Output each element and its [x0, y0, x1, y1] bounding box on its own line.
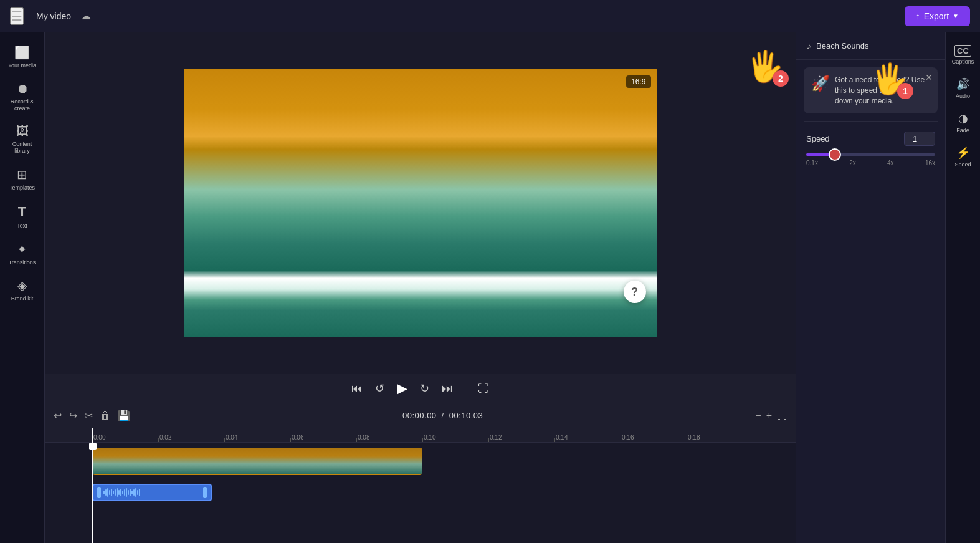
video-clip[interactable] [92, 448, 422, 475]
sidebar-item-templates[interactable]: ⊞ Templates [2, 162, 42, 196]
timeline-area: 0:00 0:02 0:04 0:06 0:08 0:10 0:12 0:14 … [45, 428, 796, 543]
right-strip-item-audio[interactable]: 🔊 Audio [947, 72, 979, 104]
waveform-bar [128, 490, 129, 495]
right-strip-item-speed[interactable]: ⚡ Speed [947, 141, 979, 173]
speed-slider-track[interactable] [806, 153, 935, 156]
speed-label: Speed [806, 134, 830, 143]
audio-clip-left-handle[interactable] [97, 487, 101, 498]
audio-clip[interactable] [92, 484, 212, 501]
rewind-button[interactable]: ↺ [375, 382, 384, 395]
sidebar-item-record-create[interactable]: ⏺ Record & create [2, 77, 42, 117]
ruler-mark: 0:04 [224, 434, 290, 441]
speed-icon: ⚡ [956, 146, 970, 160]
record-create-icon: ⏺ [16, 82, 29, 96]
sidebar-label-text: Text [17, 223, 27, 229]
video-track-row [92, 448, 796, 480]
export-label: Export [924, 11, 949, 21]
cut-button[interactable]: ✂ [83, 408, 94, 423]
skip-forward-button[interactable]: ⏭ [442, 382, 453, 395]
help-icon: ? [631, 286, 638, 299]
ruler-mark: 0:00 [92, 434, 158, 441]
video-thumbnail [184, 69, 657, 337]
waveform-bar [115, 489, 116, 496]
speed-mark-16x: 16x [925, 160, 935, 166]
skip-back-button[interactable]: ⏮ [351, 382, 363, 395]
project-title: My video [36, 11, 71, 21]
save-clip-button[interactable]: 💾 [117, 408, 131, 423]
right-strip-item-fade[interactable]: ◑ Fade [947, 107, 979, 138]
delete-button[interactable]: 🗑 [99, 409, 112, 423]
captions-label: Captions [952, 59, 974, 65]
audio-note-icon: ♪ [806, 41, 811, 52]
save-to-cloud-icon[interactable]: ☁ [81, 10, 91, 22]
sidebar-item-content-library[interactable]: 🖼 Content library [2, 119, 42, 160]
speed-mark-2x: 2x [849, 160, 856, 166]
redo-button[interactable]: ↪ [68, 408, 78, 423]
help-button[interactable]: ? [624, 281, 646, 303]
sidebar-label-content-library: Content library [6, 141, 39, 155]
speed-slider-thumb[interactable] [829, 148, 841, 161]
text-icon: T [18, 204, 26, 220]
right-strip-item-captions[interactable]: CC Captions [947, 40, 979, 70]
waveform-bar [133, 489, 135, 496]
sidebar-label-brand-kit: Brand kit [11, 296, 34, 302]
speed-tooltip-popup: ✕ 🚀 Got a need for speed? Use this to sp… [804, 67, 938, 113]
sidebar-item-brand-kit[interactable]: ◈ Brand kit [2, 273, 42, 307]
audio-clip-right-handle[interactable] [203, 487, 207, 498]
playhead[interactable] [92, 428, 93, 543]
waveform-bar [107, 488, 108, 497]
speed-slider-container [806, 153, 935, 156]
fade-label: Fade [956, 127, 969, 133]
forward-button[interactable]: ↻ [420, 382, 429, 395]
waveform-bar [137, 490, 138, 495]
speed-section: Speed 0.1x 2x 4x 16x [796, 122, 945, 176]
speed-header: Speed [806, 132, 935, 146]
playback-controls: ⏮ ↺ ▶ ↻ ⏭ ⛶ [45, 374, 796, 403]
waveform-bar [113, 491, 114, 494]
play-button[interactable]: ▶ [397, 380, 407, 396]
right-panel: ♪ Beach Sounds ✕ 🚀 Got a need for speed?… [796, 32, 945, 543]
waveform-bar [111, 489, 112, 496]
expand-timeline-button[interactable]: ⛶ [776, 409, 788, 423]
waveform-bar [130, 489, 131, 496]
menu-button[interactable]: ☰ [10, 7, 24, 25]
cursor-overlay-area: 🖐 2 🖐 1 [796, 176, 945, 543]
undo-button[interactable]: ↩ [52, 408, 63, 423]
export-icon: ↑ [916, 11, 920, 21]
topbar: ☰ My video ☁ ↑ Export ▼ [0, 0, 980, 32]
ruler-mark: 0:08 [356, 434, 422, 441]
export-button[interactable]: ↑ Export ▼ [905, 6, 970, 26]
video-clip-thumbnail [93, 448, 422, 474]
ruler-mark: 0:10 [422, 434, 488, 441]
sidebar-item-text[interactable]: T Text [2, 199, 42, 234]
playhead-handle[interactable] [89, 443, 97, 450]
ruler-mark: 0:02 [158, 434, 224, 441]
audio-waveform [103, 488, 201, 497]
sidebar-label-record-create: Record & create [6, 99, 39, 112]
fullscreen-button[interactable]: ⛶ [478, 382, 489, 395]
sidebar: ⬜ Your media ⏺ Record & create 🖼 Content… [0, 32, 45, 543]
waveform-bar [118, 490, 120, 495]
sidebar-label-transitions: Transitions [9, 259, 36, 266]
waveform-bar [122, 491, 123, 494]
waveform-bar [126, 488, 127, 497]
speed-mark-01x: 0.1x [806, 160, 818, 166]
video-frame: 16:9 ? [184, 69, 657, 337]
main-area: ⬜ Your media ⏺ Record & create 🖼 Content… [0, 32, 980, 543]
speed-value-input[interactable] [904, 132, 935, 146]
audio-icon: 🔊 [956, 77, 970, 91]
tooltip-emoji: 🚀 [811, 75, 830, 92]
zoom-out-button[interactable]: − [754, 409, 762, 423]
your-media-icon: ⬜ [14, 45, 30, 60]
speed-mark-4x: 4x [887, 160, 894, 166]
sidebar-item-your-media[interactable]: ⬜ Your media [2, 40, 42, 74]
timecode-separator: / [442, 411, 444, 420]
sidebar-item-transitions[interactable]: ✦ Transitions [2, 237, 42, 271]
zoom-in-button[interactable]: + [765, 409, 773, 423]
timecode-total: 00:10.03 [449, 411, 483, 420]
ruler-mark: 0:18 [687, 434, 753, 441]
waveform-bar [109, 490, 110, 495]
sidebar-label-templates: Templates [9, 185, 35, 191]
tooltip-close-button[interactable]: ✕ [925, 72, 933, 82]
audio-strip-label: Audio [956, 93, 970, 99]
